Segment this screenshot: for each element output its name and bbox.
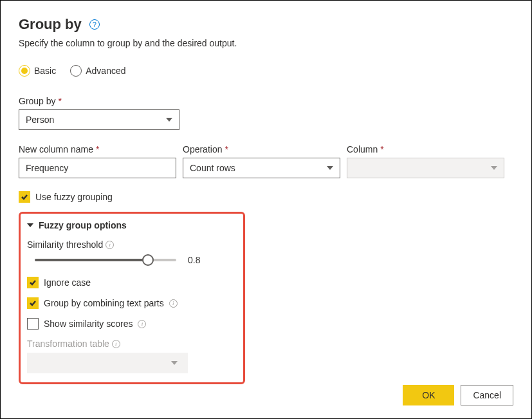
new-column-label: New column name*: [19, 144, 176, 154]
checkbox-icon: [27, 297, 39, 309]
checkbox-icon: [27, 318, 39, 330]
checkbox-icon: [27, 277, 39, 288]
radio-basic[interactable]: Basic: [19, 65, 56, 77]
slider-fill: [35, 259, 148, 261]
column-dropdown: [347, 158, 504, 178]
radio-icon: [19, 65, 30, 77]
group-by-dropdown[interactable]: Person: [19, 109, 179, 130]
fuzzy-section-title: Fuzzy group options: [39, 220, 127, 230]
chevron-down-icon: [327, 166, 333, 170]
info-icon[interactable]: i: [169, 299, 178, 308]
similarity-slider[interactable]: [35, 259, 176, 261]
radio-advanced-label: Advanced: [86, 66, 125, 76]
ignore-case-checkbox[interactable]: Ignore case: [27, 277, 235, 288]
use-fuzzy-label: Use fuzzy grouping: [35, 192, 113, 202]
dialog-title: Group by: [19, 16, 82, 33]
help-icon[interactable]: ?: [89, 19, 100, 30]
similarity-value: 0.8: [188, 255, 200, 265]
transform-table-label: Transformation table i: [27, 339, 235, 349]
operation-dropdown[interactable]: Count rows: [183, 158, 340, 178]
chevron-down-icon: [27, 223, 33, 227]
transform-table-dropdown: [27, 353, 188, 373]
show-scores-label: Show similarity scores: [44, 319, 133, 329]
fuzzy-options-highlight: Fuzzy group options Similarity threshold…: [19, 212, 245, 384]
chevron-down-icon: [171, 361, 178, 365]
ok-button[interactable]: OK: [403, 385, 454, 405]
cancel-button[interactable]: Cancel: [461, 385, 513, 405]
checkbox-icon: [19, 191, 30, 203]
dialog-subtitle: Specify the column to group by and the d…: [19, 38, 513, 48]
operation-value: Count rows: [190, 163, 235, 173]
show-scores-checkbox[interactable]: Show similarity scores i: [27, 318, 235, 330]
info-icon[interactable]: i: [105, 241, 114, 249]
ignore-case-label: Ignore case: [44, 277, 91, 288]
radio-basic-label: Basic: [34, 66, 56, 76]
new-column-input[interactable]: [19, 158, 176, 178]
column-label: Column*: [347, 144, 504, 154]
group-by-label: Group by*: [19, 96, 513, 106]
operation-label: Operation*: [183, 144, 340, 154]
group-by-dialog: Group by ? Specify the column to group b…: [0, 0, 532, 419]
radio-icon: [70, 65, 82, 77]
info-icon[interactable]: i: [138, 320, 146, 328]
fuzzy-section-toggle[interactable]: Fuzzy group options: [27, 220, 235, 230]
chevron-down-icon: [166, 118, 172, 122]
group-by-value: Person: [26, 115, 54, 125]
combine-parts-checkbox[interactable]: Group by combining text parts i: [27, 297, 235, 309]
combine-parts-label: Group by combining text parts: [44, 298, 164, 308]
similarity-label: Similarity threshold i: [27, 239, 235, 250]
radio-advanced[interactable]: Advanced: [70, 65, 125, 77]
use-fuzzy-checkbox[interactable]: Use fuzzy grouping: [19, 191, 513, 203]
slider-thumb[interactable]: [142, 254, 154, 266]
chevron-down-icon: [491, 166, 497, 170]
info-icon[interactable]: i: [112, 340, 120, 348]
